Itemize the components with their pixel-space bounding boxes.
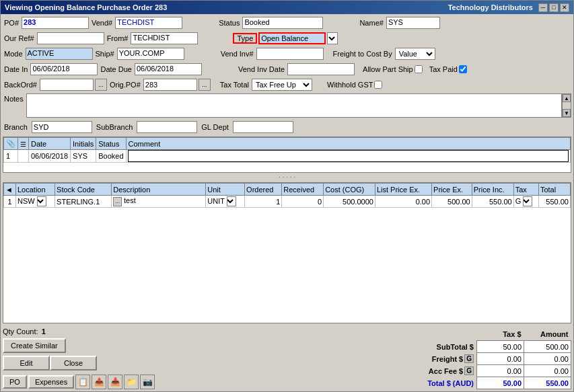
item-cell-location: NSW xyxy=(16,196,55,208)
log-cell-initials: SYS xyxy=(71,150,96,163)
location-select[interactable] xyxy=(37,196,46,206)
copy-icon[interactable]: 📤 xyxy=(92,375,106,389)
log-cell-comment[interactable] xyxy=(126,150,570,163)
freight-amount: 0.00 xyxy=(524,353,571,365)
vend-value: TECHDIST xyxy=(115,17,182,29)
log-cell-icon xyxy=(18,150,29,163)
name-label: Name# xyxy=(358,19,384,27)
summary-table: Tax $ Amount SubTotal $ 50.00 500.00 Fr xyxy=(423,329,572,390)
log-table: 📎 ☰ Date Initials Status Comment 1 xyxy=(3,137,571,163)
item-cell-ordered: 1 xyxy=(245,196,282,208)
close-button[interactable]: Close xyxy=(50,356,97,370)
items-table-container: ◄ Location Stock Code Description Unit O… xyxy=(3,182,571,323)
backord-input[interactable] xyxy=(40,79,94,91)
vendinv-input[interactable] xyxy=(256,48,324,60)
datein-value: 06/06/2018 xyxy=(30,63,98,75)
item-col-location: Location xyxy=(16,184,55,196)
subtotal-label: SubTotal $ xyxy=(423,341,477,353)
po-tab[interactable]: PO xyxy=(3,375,27,389)
ship-value: YOUR.COMP xyxy=(117,48,184,60)
log-row: 1 06/06/2018 SYS Booked xyxy=(4,150,571,163)
comment-input[interactable] xyxy=(129,151,568,161)
scroll-down-btn[interactable]: ▼ xyxy=(563,109,571,117)
log-col-date: Date xyxy=(29,138,71,150)
po-label: PO# xyxy=(3,19,20,27)
from-label: From# xyxy=(106,34,130,42)
item-col-priceex: Price Ex. xyxy=(432,184,472,196)
origpo-input[interactable] xyxy=(143,79,197,91)
item-cell-priceex: 500.00 xyxy=(432,196,472,208)
expenses-tab[interactable]: Expenses xyxy=(28,375,74,389)
bottom-edit-close: Edit Close xyxy=(3,356,97,370)
item-col-nav: ◄ xyxy=(4,184,16,196)
datedue-value: 06/06/2018 xyxy=(135,63,202,75)
notes-scrollbar[interactable]: ▲ ▼ xyxy=(562,93,571,118)
scroll-up-btn[interactable]: ▲ xyxy=(563,94,571,102)
total-tax: 50.00 xyxy=(477,377,524,389)
status-value: Booked xyxy=(242,17,323,29)
notes-label: Notes xyxy=(3,93,25,103)
subtotal-amount: 500.00 xyxy=(524,341,571,353)
taxtotal-select[interactable]: Tax Free Up xyxy=(252,79,312,91)
item-cell-num: 1 xyxy=(4,196,16,208)
withhold-label: Withhold GST xyxy=(327,81,373,89)
folder-icon[interactable]: 📁 xyxy=(124,375,139,389)
form-row-4: Date In 06/06/2018 Date Due 06/06/2018 V… xyxy=(3,63,571,76)
vendinvdate-input[interactable] xyxy=(287,63,355,75)
allowpartship-checkbox[interactable] xyxy=(415,65,423,73)
form-row-5: BackOrd# ... Orig.PO# ... Tax Total Tax … xyxy=(3,78,571,91)
item-browse-btn[interactable]: ... xyxy=(113,197,122,206)
qty-count: Qty Count: 1 xyxy=(3,327,155,336)
log-col-status: Status xyxy=(96,138,126,150)
notes-textarea[interactable] xyxy=(26,93,562,118)
datedue-label: Date Due xyxy=(99,65,133,73)
maximize-button[interactable]: □ xyxy=(549,3,559,12)
accfee-row: Acc Fee $ G 0.00 0.00 xyxy=(423,365,571,377)
item-cell-cost: 500.0000 xyxy=(324,196,375,208)
tax-header: Tax $ xyxy=(477,329,524,341)
ourref-input[interactable] xyxy=(37,32,104,44)
from-value: TECHDIST xyxy=(131,32,198,44)
branch-input[interactable] xyxy=(32,121,92,133)
minimize-button[interactable]: ─ xyxy=(538,3,548,12)
vendinvdate-label: Vend Inv Date xyxy=(237,65,286,73)
taxpaid-checkbox[interactable] xyxy=(459,65,467,73)
subbranch-input[interactable] xyxy=(137,121,197,133)
report-icon[interactable]: 📋 xyxy=(75,375,90,389)
item-cell-stock: STERLING.1 xyxy=(55,196,112,208)
company-name: Technology Distributors xyxy=(448,3,533,11)
freight-select[interactable]: Value xyxy=(395,48,435,60)
accfee-type-badge: G xyxy=(464,366,474,375)
close-window-button[interactable]: ✕ xyxy=(560,3,569,12)
item-col-tax: Tax xyxy=(513,184,538,196)
item-cell-received: 0 xyxy=(282,196,324,208)
item-col-desc: Description xyxy=(112,184,206,196)
withhold-checkbox[interactable] xyxy=(374,81,382,89)
taxpaid-label: Tax Paid xyxy=(429,65,458,73)
backord-label: BackOrd# xyxy=(3,81,38,89)
branch-row: Branch SubBranch GL Dept xyxy=(3,120,571,134)
action-buttons: Create Similar xyxy=(3,338,155,353)
paste-icon[interactable]: 📥 xyxy=(108,375,122,389)
type-select[interactable] xyxy=(327,32,338,44)
subtotal-row: SubTotal $ 50.00 500.00 xyxy=(423,341,571,353)
items-table: ◄ Location Stock Code Description Unit O… xyxy=(3,183,571,208)
edit-button[interactable]: Edit xyxy=(3,356,50,370)
gldept-input[interactable] xyxy=(233,121,293,133)
camera-icon[interactable]: 📷 xyxy=(140,375,155,389)
freight-label: Freight to Cost By xyxy=(332,50,394,58)
origpo-browse-btn[interactable]: ... xyxy=(199,79,211,91)
ship-label: Ship# xyxy=(94,50,116,58)
item-col-priceinc: Price Inc. xyxy=(472,184,513,196)
withhold-group: Withhold GST xyxy=(327,81,382,89)
item-cell-listprice: 0.00 xyxy=(375,196,431,208)
unit-select[interactable] xyxy=(227,196,236,206)
create-similar-button[interactable]: Create Similar xyxy=(3,338,66,353)
log-col-comment: Comment xyxy=(126,138,570,150)
freight-row: Freight $ G 0.00 0.00 xyxy=(423,353,571,365)
window-title: Viewing Opening Balance Purchase Order 2… xyxy=(5,3,167,11)
tax-select[interactable] xyxy=(523,196,532,206)
freight-tax: 0.00 xyxy=(477,353,524,365)
backord-browse-btn[interactable]: ... xyxy=(95,79,107,91)
item-col-stock: Stock Code xyxy=(55,184,112,196)
